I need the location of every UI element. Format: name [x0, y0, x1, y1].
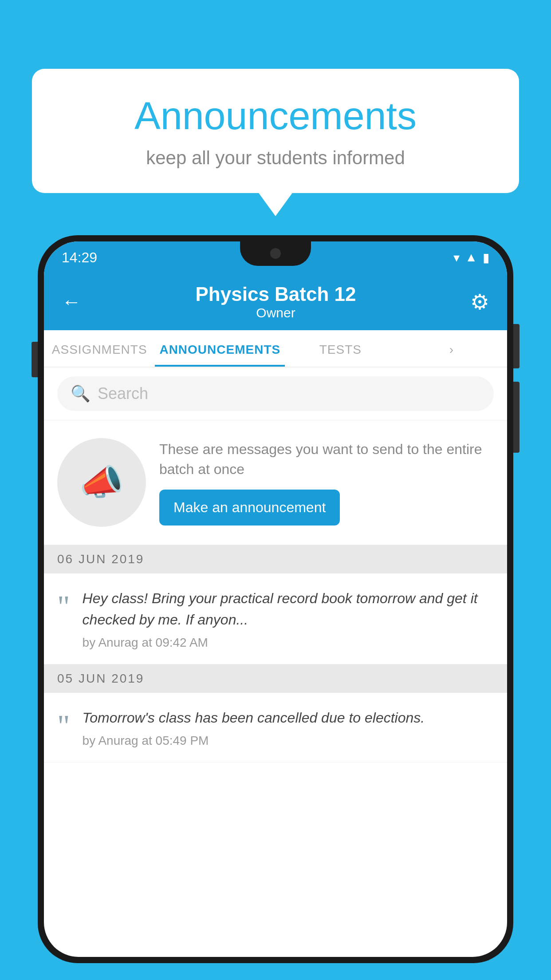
announcement-item-1[interactable]: " Hey class! Bring your practical record… [44, 573, 507, 664]
tabs-bar: ASSIGNMENTS ANNOUNCEMENTS TESTS › [44, 330, 507, 368]
batch-title: Physics Batch 12 [196, 283, 356, 305]
announcement-content-1: Hey class! Bring your practical record b… [83, 588, 494, 650]
back-button[interactable]: ← [62, 291, 81, 313]
phone-screen: 14:29 ▾ ▲ ▮ ← Physics Batch 12 Owner ⚙ [44, 241, 507, 957]
megaphone-icon: 📣 [79, 462, 124, 503]
quote-icon-1: " [57, 591, 70, 622]
promo-right: These are messages you want to send to t… [159, 439, 494, 526]
phone-outer: 14:29 ▾ ▲ ▮ ← Physics Batch 12 Owner ⚙ [38, 235, 513, 963]
bubble-title: Announcements [59, 93, 492, 138]
header-center: Physics Batch 12 Owner [196, 283, 356, 320]
status-icons: ▾ ▲ ▮ [453, 250, 489, 265]
search-container: 🔍 Search [44, 368, 507, 420]
promo-description: These are messages you want to send to t… [159, 439, 494, 479]
status-bar: 14:29 ▾ ▲ ▮ [44, 241, 507, 273]
app-header: ← Physics Batch 12 Owner ⚙ [44, 273, 507, 330]
make-announcement-button[interactable]: Make an announcement [159, 490, 340, 526]
date-divider-1: 06 JUN 2019 [44, 545, 507, 573]
announcement-item-2[interactable]: " Tomorrow's class has been cancelled du… [44, 693, 507, 763]
announcement-text-1: Hey class! Bring your practical record b… [83, 588, 494, 630]
promo-section: 📣 These are messages you want to send to… [44, 420, 507, 545]
date-divider-2: 05 JUN 2019 [44, 664, 507, 693]
camera-dot [270, 248, 281, 259]
announcement-text-2: Tomorrow's class has been cancelled due … [83, 707, 494, 728]
power-button-top [513, 324, 520, 368]
volume-button-right [513, 382, 520, 453]
announcement-meta-2: by Anurag at 05:49 PM [83, 734, 494, 748]
tab-tests[interactable]: TESTS [285, 330, 396, 367]
announcement-meta-1: by Anurag at 09:42 AM [83, 636, 494, 650]
status-time: 14:29 [62, 249, 97, 266]
settings-icon[interactable]: ⚙ [470, 289, 489, 314]
promo-icon-circle: 📣 [57, 438, 146, 527]
speech-bubble: Announcements keep all your students inf… [32, 69, 519, 193]
tab-assignments[interactable]: ASSIGNMENTS [44, 330, 155, 367]
search-placeholder: Search [98, 384, 148, 403]
search-icon: 🔍 [71, 384, 91, 403]
quote-icon-2: " [57, 711, 70, 742]
bubble-subtitle: keep all your students informed [59, 147, 492, 169]
speech-bubble-container: Announcements keep all your students inf… [32, 69, 519, 193]
announcement-content-2: Tomorrow's class has been cancelled due … [83, 707, 494, 748]
batch-role: Owner [196, 305, 356, 320]
signal-icon: ▲ [465, 250, 477, 265]
phone-container: 14:29 ▾ ▲ ▮ ← Physics Batch 12 Owner ⚙ [38, 235, 513, 980]
tab-announcements[interactable]: ANNOUNCEMENTS [155, 330, 285, 367]
tab-more[interactable]: › [396, 330, 507, 367]
volume-button [31, 342, 38, 377]
wifi-icon: ▾ [453, 250, 460, 265]
battery-icon: ▮ [483, 250, 489, 265]
notch [240, 241, 311, 266]
search-bar[interactable]: 🔍 Search [57, 376, 494, 411]
